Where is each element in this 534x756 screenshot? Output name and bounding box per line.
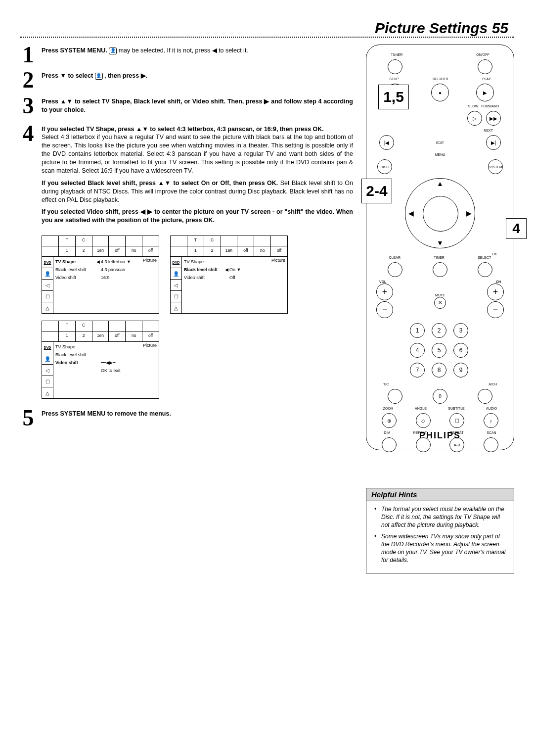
remote-control: 1,5 2-4 4 TUNERON/OFF STOPREC/OTRPLAY ■ … (366, 45, 514, 450)
person-icon: 👤 (95, 73, 103, 80)
step-5: 5 Press SYSTEM MENU to remove the menus. (20, 408, 353, 428)
mute-button[interactable]: ✕ (434, 297, 446, 309)
nav-left-icon[interactable]: ◀ (408, 209, 414, 217)
clear-button[interactable] (388, 262, 402, 277)
lock-icon: △ (42, 302, 53, 313)
ok-button[interactable] (423, 196, 458, 232)
nav-down-icon[interactable]: ▼ (437, 239, 444, 247)
num-2-button[interactable]: 2 (432, 323, 446, 338)
vol-up-button[interactable]: + (376, 284, 393, 300)
step-1-lead: Press SYSTEM MENU. (42, 47, 107, 54)
select-button[interactable] (478, 262, 492, 277)
overlay-step-1-5: 1,5 (378, 85, 409, 109)
step-3: 3 Press ▲▼ to select TV Shape, Black lev… (20, 95, 353, 118)
tc-button[interactable] (388, 389, 402, 404)
ch-down-button[interactable]: − (487, 301, 504, 318)
timer-button[interactable] (433, 262, 447, 277)
zoom-button[interactable]: ⊕ (382, 413, 397, 428)
tuner-button[interactable] (388, 59, 402, 74)
vol-down-button[interactable]: − (376, 301, 393, 318)
step-number: 1 (20, 45, 37, 65)
forward-button[interactable]: ▶▶ (486, 111, 501, 126)
menu-diagram-videoshift: TC 121enoffnooff DVD 👤 ◁ ☐ △ Picture TV … (42, 321, 159, 399)
navigation-pad[interactable]: ▲ ▼ ◀ ▶ (405, 178, 475, 248)
num-0-button[interactable]: 0 (433, 389, 447, 404)
menu-diagram-blacklevel: TC 121enoffnooff DVD 👤 ◁ ☐ △ Picture TV … (170, 236, 288, 314)
audio-button[interactable]: ♪ (484, 413, 498, 428)
menu-diagram-tvshape: TC 121enoffnooff DVD 👤 ◁ ☐ △ (42, 236, 159, 314)
updown-arrow-icon: ▲▼ (60, 98, 73, 105)
nav-up-icon[interactable]: ▲ (437, 180, 444, 188)
page-number: 55 (492, 20, 508, 36)
right-arrow-icon: ▶ (264, 98, 269, 105)
overlay-step-2-4: 2-4 (361, 179, 392, 203)
slow-button[interactable]: ▷ (467, 111, 482, 126)
person-icon: 👤 (109, 47, 117, 54)
step-4: 4 If you selected TV Shape, press ▲▼ to … (20, 123, 353, 229)
nav-right-icon[interactable]: ▶ (466, 209, 472, 217)
prev-button[interactable]: |◀ (379, 135, 394, 150)
num-3-button[interactable]: 3 (453, 323, 468, 338)
overlay-step-4: 4 (506, 218, 527, 239)
left-arrow-icon: ◀ (212, 47, 217, 54)
num-7-button[interactable]: 7 (410, 363, 425, 378)
angle-button[interactable]: ◇ (416, 413, 431, 428)
speaker-icon: ◁ (42, 280, 53, 291)
play-button[interactable]: ▶ (476, 84, 494, 101)
ch-up-button[interactable]: + (487, 284, 504, 300)
hint-item: Some widescreen TVs may show only part o… (381, 532, 508, 565)
step-number: 5 (20, 408, 37, 428)
person-icon: 👤 (42, 268, 53, 280)
subtitle-button[interactable]: ☐ (449, 413, 464, 428)
menu-diagrams: TC 121enoffnooff DVD 👤 ◁ ☐ △ (42, 236, 353, 314)
page-title: Picture Settings (375, 20, 488, 36)
num-5-button[interactable]: 5 (432, 343, 446, 358)
record-button[interactable]: ● (431, 84, 449, 101)
num-6-button[interactable]: 6 (453, 343, 468, 358)
num-9-button[interactable]: 9 (453, 363, 468, 378)
brand-logo: PHILIPS (366, 430, 514, 441)
ach-button[interactable] (478, 389, 492, 404)
step-number: 2 (20, 70, 37, 90)
disc-menu-button[interactable]: DISC (377, 159, 392, 174)
power-button[interactable] (478, 59, 492, 74)
system-menu-button[interactable]: SYSTEM (488, 159, 503, 174)
next-button[interactable]: ▶| (486, 135, 501, 150)
right-arrow-icon: ▶ (141, 72, 146, 79)
dvd-icon: DVD (42, 257, 53, 268)
step-1: 1 Press SYSTEM MENU. 👤 may be selected. … (20, 45, 353, 65)
num-1-button[interactable]: 1 (410, 323, 425, 338)
step-number: 4 (20, 123, 37, 229)
header: Picture Settings 55 (20, 20, 514, 38)
num-8-button[interactable]: 8 (432, 363, 446, 378)
step-2: 2 Press ▼ to select 👤 , then press ▶. (20, 70, 353, 90)
helpful-hints: Helpful Hints •The format you select mus… (366, 488, 514, 573)
subtitle-icon: ☐ (42, 291, 53, 302)
num-4-button[interactable]: 4 (410, 343, 425, 358)
hint-item: The format you select must be available … (381, 505, 508, 529)
down-arrow-icon: ▼ (60, 72, 66, 79)
hints-title: Helpful Hints (366, 488, 514, 501)
number-pad: 1 2 3 4 5 6 7 8 9 (372, 323, 508, 378)
step-number: 3 (20, 95, 37, 118)
step-4-body-1: Select 4:3 letterbox if you have a regul… (42, 134, 353, 174)
